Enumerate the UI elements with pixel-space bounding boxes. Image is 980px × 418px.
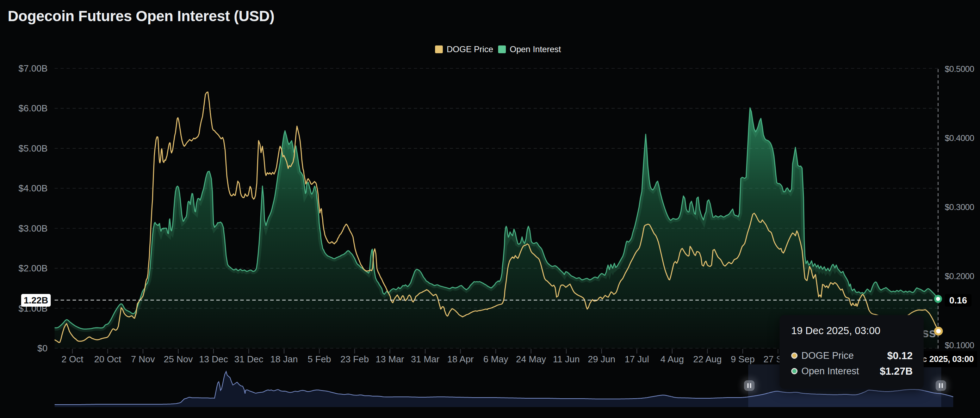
svg-text:2 Oct: 2 Oct — [61, 354, 83, 364]
svg-text:24 May: 24 May — [516, 354, 546, 364]
svg-text:5 Feb: 5 Feb — [307, 354, 331, 364]
svg-text:25 Nov: 25 Nov — [164, 354, 192, 364]
svg-text:$0: $0 — [37, 343, 48, 354]
svg-text:$6.00B: $6.00B — [19, 103, 48, 113]
svg-text:11 Jun: 11 Jun — [553, 354, 580, 364]
svg-text:17 Jul: 17 Jul — [625, 354, 649, 364]
svg-text:$0.4000: $0.4000 — [945, 133, 974, 143]
svg-text:$0.5000: $0.5000 — [945, 64, 974, 73]
svg-text:31 Mar: 31 Mar — [411, 354, 440, 364]
svg-text:31 Dec: 31 Dec — [234, 354, 263, 364]
svg-text:23 Feb: 23 Feb — [340, 354, 369, 364]
svg-text:22 Aug: 22 Aug — [693, 354, 722, 364]
svg-text:$4.00B: $4.00B — [19, 183, 48, 193]
svg-text:29 Jun: 29 Jun — [588, 354, 616, 364]
svg-text:0.16: 0.16 — [949, 295, 967, 306]
svg-text:1.22B: 1.22B — [24, 295, 48, 306]
svg-text:13 Dec: 13 Dec — [199, 354, 228, 364]
svg-text:$3.00B: $3.00B — [19, 223, 48, 234]
svg-text:$2.00B: $2.00B — [19, 263, 48, 273]
svg-text:$0.2000: $0.2000 — [945, 271, 974, 281]
svg-text:7 Nov: 7 Nov — [131, 354, 155, 364]
svg-text:$5.00B: $5.00B — [19, 143, 48, 154]
svg-text:$0.1000: $0.1000 — [945, 340, 974, 350]
svg-text:4 Aug: 4 Aug — [660, 354, 684, 364]
svg-text:13 Mar: 13 Mar — [375, 354, 404, 364]
svg-text:18 Apr: 18 Apr — [447, 354, 474, 364]
svg-text:20 Oct: 20 Oct — [94, 354, 121, 364]
svg-text:18 Jan: 18 Jan — [270, 354, 298, 364]
svg-text:$7.00B: $7.00B — [19, 63, 48, 73]
svg-text:9 Sep: 9 Sep — [730, 354, 754, 364]
svg-text:$0.3000: $0.3000 — [945, 202, 974, 212]
svg-text:6 May: 6 May — [483, 354, 508, 364]
